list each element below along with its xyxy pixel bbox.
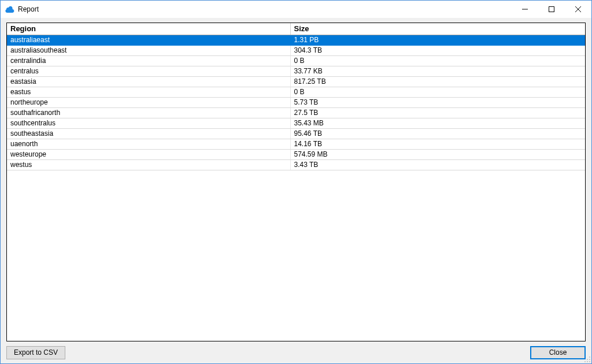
column-header-size[interactable]: Size — [290, 23, 585, 35]
cell-region: westus — [7, 160, 290, 170]
export-csv-button[interactable]: Export to CSV — [6, 346, 65, 359]
window-title: Report — [18, 5, 39, 13]
table-row[interactable]: australiasoutheast304.3 TB — [7, 46, 585, 56]
table-row[interactable]: australiaeast1.31 PB — [7, 35, 585, 46]
cell-size: 0 B — [290, 56, 585, 66]
table-row[interactable]: westus3.43 TB — [7, 160, 585, 170]
cell-size: 574.59 MB — [290, 150, 585, 160]
report-window: Report Region Size — [0, 0, 592, 364]
table-row[interactable]: northeurope5.73 TB — [7, 98, 585, 108]
cell-size: 3.43 TB — [290, 160, 585, 170]
cloud-icon — [5, 5, 14, 14]
cell-size: 33.77 KB — [290, 66, 585, 77]
svg-point-3 — [587, 359, 588, 360]
table-row[interactable]: eastasia817.25 TB — [7, 77, 585, 87]
cell-region: westeurope — [7, 150, 290, 160]
svg-point-2 — [589, 356, 590, 358]
resize-grip-icon[interactable] — [584, 356, 591, 363]
svg-rect-0 — [522, 9, 528, 10]
cell-region: australiasoutheast — [7, 46, 290, 56]
column-header-region[interactable]: Region — [7, 23, 290, 35]
table-row[interactable]: westeurope574.59 MB — [7, 150, 585, 160]
close-window-button[interactable] — [565, 1, 591, 18]
cell-size: 0 B — [290, 87, 585, 98]
column-header-row[interactable]: Region Size — [7, 23, 585, 35]
cell-region: southcentralus — [7, 118, 290, 129]
cell-size: 304.3 TB — [290, 46, 585, 56]
cell-size: 5.73 TB — [290, 98, 585, 108]
report-grid[interactable]: Region Size australiaeast1.31 PBaustrali… — [6, 23, 586, 341]
close-button[interactable]: Close — [530, 346, 586, 359]
svg-rect-1 — [549, 7, 554, 12]
table-row[interactable]: centralindia0 B — [7, 56, 585, 66]
table-row[interactable]: centralus33.77 KB — [7, 66, 585, 77]
svg-point-5 — [584, 361, 586, 362]
cell-region: eastus — [7, 87, 290, 98]
table-row[interactable]: southafricanorth27.5 TB — [7, 108, 585, 118]
cell-size: 817.25 TB — [290, 77, 585, 87]
table-row[interactable]: southeastasia95.46 TB — [7, 129, 585, 139]
cell-size: 35.43 MB — [290, 118, 585, 129]
svg-point-6 — [587, 361, 588, 362]
cell-size: 1.31 PB — [290, 35, 585, 46]
cell-size: 14.16 TB — [290, 139, 585, 150]
table-row[interactable]: uaenorth14.16 TB — [7, 139, 585, 150]
cell-region: eastasia — [7, 77, 290, 87]
cell-region: centralus — [7, 66, 290, 77]
button-row: Export to CSV Close — [6, 341, 586, 360]
client-area: Region Size australiaeast1.31 PBaustrali… — [1, 18, 591, 363]
cell-region: northeurope — [7, 98, 290, 108]
svg-point-7 — [589, 361, 590, 362]
minimize-button[interactable] — [512, 1, 538, 18]
cell-size: 95.46 TB — [290, 129, 585, 139]
titlebar[interactable]: Report — [1, 1, 591, 18]
cell-region: uaenorth — [7, 139, 290, 150]
table-row[interactable]: eastus0 B — [7, 87, 585, 98]
cell-region: southeastasia — [7, 129, 290, 139]
cell-region: southafricanorth — [7, 108, 290, 118]
table-row[interactable]: southcentralus35.43 MB — [7, 118, 585, 129]
cell-region: centralindia — [7, 56, 290, 66]
cell-size: 27.5 TB — [290, 108, 585, 118]
svg-point-4 — [589, 359, 590, 360]
maximize-button[interactable] — [538, 1, 565, 18]
cell-region: australiaeast — [7, 35, 290, 46]
